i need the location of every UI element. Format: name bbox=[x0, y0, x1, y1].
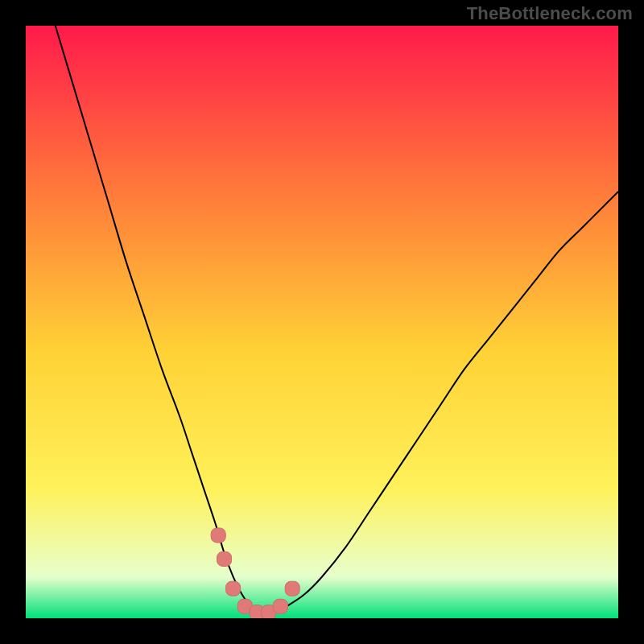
gradient-background bbox=[26, 26, 618, 618]
watermark-text: TheBottleneck.com bbox=[467, 3, 633, 24]
curve-marker bbox=[211, 528, 225, 543]
curve-marker bbox=[285, 581, 299, 596]
curve-marker bbox=[217, 551, 232, 566]
curve-marker bbox=[273, 599, 287, 613]
chart-frame: TheBottleneck.com bbox=[0, 0, 644, 644]
plot-area bbox=[26, 26, 618, 618]
chart-svg bbox=[26, 26, 618, 618]
curve-marker bbox=[226, 581, 241, 596]
